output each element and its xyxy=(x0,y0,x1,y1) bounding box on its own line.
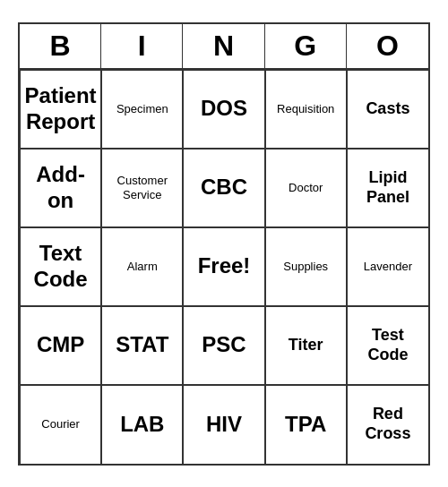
header-letter-I: I xyxy=(101,24,183,68)
header-letter-B: B xyxy=(20,24,101,68)
bingo-cell-text-19: Test Code xyxy=(351,326,425,364)
bingo-cell-text-16: STAT xyxy=(116,332,168,358)
header-letter-G: G xyxy=(265,24,347,68)
bingo-cell-18: Titer xyxy=(265,306,347,385)
bingo-cell-11: Alarm xyxy=(101,227,183,306)
bingo-cell-text-4: Casts xyxy=(366,99,409,119)
bingo-cell-text-5: Add-on xyxy=(24,162,97,214)
bingo-cell-14: Lavender xyxy=(347,227,428,306)
bingo-cell-20: Courier xyxy=(20,385,101,464)
bingo-cell-text-21: LAB xyxy=(120,412,164,438)
bingo-cell-21: LAB xyxy=(101,385,183,464)
bingo-cell-text-14: Lavender xyxy=(364,260,412,274)
bingo-cell-10: Text Code xyxy=(20,227,101,306)
bingo-cell-text-18: Titer xyxy=(289,336,323,355)
bingo-cell-text-2: DOS xyxy=(201,96,247,122)
bingo-cell-7: CBC xyxy=(183,149,264,227)
bingo-cell-text-24: Red Cross xyxy=(351,405,425,443)
bingo-cell-text-0: Patient Report xyxy=(24,83,97,135)
bingo-cell-text-23: TPA xyxy=(285,412,326,438)
bingo-cell-23: TPA xyxy=(265,385,347,464)
bingo-cell-3: Requisition xyxy=(265,70,347,149)
header-letter-O: O xyxy=(347,24,428,68)
bingo-cell-text-15: CMP xyxy=(37,332,84,358)
bingo-cell-24: Red Cross xyxy=(347,385,428,464)
bingo-cell-text-9: Lipid Panel xyxy=(351,168,425,207)
bingo-cell-8: Doctor xyxy=(265,149,347,227)
bingo-cell-12: Free! xyxy=(183,227,264,306)
bingo-cell-text-3: Requisition xyxy=(277,102,334,116)
bingo-cell-1: Specimen xyxy=(101,70,183,149)
bingo-header: BINGO xyxy=(20,24,428,70)
bingo-cell-16: STAT xyxy=(101,306,183,385)
bingo-cell-13: Supplies xyxy=(265,227,347,306)
bingo-cell-text-20: Courier xyxy=(41,417,80,431)
bingo-cell-text-11: Alarm xyxy=(127,260,158,274)
bingo-cell-text-22: HIV xyxy=(206,412,242,438)
bingo-cell-15: CMP xyxy=(20,306,101,385)
bingo-cell-5: Add-on xyxy=(20,149,101,227)
bingo-cell-text-8: Doctor xyxy=(289,181,323,195)
bingo-grid: Patient ReportSpecimenDOSRequisitionCast… xyxy=(20,70,428,464)
bingo-cell-text-12: Free! xyxy=(198,253,251,279)
bingo-cell-6: Customer Service xyxy=(101,149,183,227)
bingo-cell-text-1: Specimen xyxy=(116,102,168,116)
header-letter-N: N xyxy=(183,24,264,68)
bingo-cell-text-17: PSC xyxy=(202,332,246,358)
bingo-cell-4: Casts xyxy=(347,70,428,149)
bingo-card: BINGO Patient ReportSpecimenDOSRequisiti… xyxy=(18,22,430,466)
bingo-cell-19: Test Code xyxy=(347,306,428,385)
bingo-cell-text-6: Customer Service xyxy=(106,174,178,201)
bingo-cell-22: HIV xyxy=(183,385,264,464)
bingo-cell-0: Patient Report xyxy=(20,70,101,149)
bingo-cell-text-13: Supplies xyxy=(283,260,328,274)
bingo-cell-2: DOS xyxy=(183,70,264,149)
bingo-cell-9: Lipid Panel xyxy=(347,149,428,227)
bingo-cell-text-7: CBC xyxy=(201,175,247,201)
bingo-cell-17: PSC xyxy=(183,306,264,385)
bingo-cell-text-10: Text Code xyxy=(24,241,97,293)
